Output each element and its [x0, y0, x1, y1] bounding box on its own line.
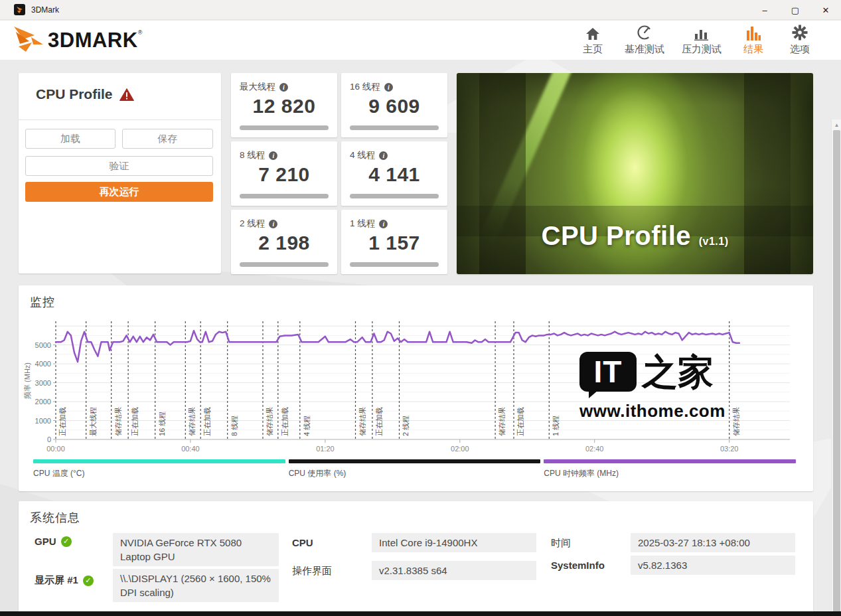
app-header: 3DMARK ® 主页 基准测试 压力测试 结果 [0, 21, 841, 60]
info-icon[interactable]: i [269, 220, 277, 228]
gpu-value: NVIDIA GeForce RTX 5080 Laptop GPU [113, 533, 279, 566]
svg-text:正在加载: 正在加载 [58, 407, 66, 436]
monitor-title: 监控 [19, 285, 813, 310]
legend-cpu-clock[interactable]: CPU 时钟频率 (MHz) [544, 459, 796, 479]
check-icon: ✓ [61, 536, 72, 547]
systeminfo-label: SystemInfo [551, 560, 605, 571]
svg-text:储存结果: 储存结果 [266, 407, 273, 436]
legend-cpu-temperature[interactable]: CPU 温度 (°C) [33, 459, 285, 479]
logo-text: 3DMARK [48, 26, 138, 55]
score-bar [350, 125, 439, 130]
validate-button[interactable]: 验证 [25, 156, 213, 176]
svg-text:储存结果: 储存结果 [358, 407, 366, 436]
legend-cpu-usage[interactable]: CPU 使用率 (%) [289, 459, 541, 479]
score-label: 16 线程 [350, 81, 380, 93]
warning-triangle-icon[interactable] [119, 88, 134, 101]
svg-text:8 线程: 8 线程 [230, 416, 238, 436]
info-icon[interactable]: i [379, 220, 388, 228]
cpu-label: CPU [292, 537, 313, 548]
divider [19, 119, 221, 120]
scroll-up-arrow[interactable]: ▲ [832, 120, 841, 129]
ithome-url: www.ithome.com [579, 401, 732, 422]
svg-text:正在加载: 正在加载 [516, 407, 524, 436]
svg-text:储存结果: 储存结果 [498, 407, 506, 436]
legend-swatch-teal [33, 459, 285, 463]
minimize-button[interactable]: – [749, 0, 780, 20]
ui-version-value: v2.31.8385 s64 [372, 561, 536, 580]
info-icon[interactable]: i [269, 151, 277, 160]
svg-text:1000: 1000 [35, 417, 51, 425]
result-title: CPU Profile [36, 86, 113, 102]
score-card-16-threads: 16 线程i 9 609 [341, 73, 447, 137]
scrollbar-thumb[interactable] [833, 130, 840, 616]
score-value: 2 198 [231, 232, 337, 254]
score-label: 4 线程 [350, 149, 375, 161]
score-label: 1 线程 [350, 218, 375, 230]
svg-text:00:00: 00:00 [46, 445, 65, 453]
score-bar [240, 194, 329, 198]
score-label: 2 线程 [240, 218, 265, 230]
benchmark-scene-image: CPU Profile (v1.1) [457, 73, 813, 274]
legend-swatch-black [289, 459, 541, 463]
window-titlebar: 3DMark – ▢ ✕ [0, 0, 841, 20]
chart-legend: CPU 温度 (°C) CPU 使用率 (%) CPU 时钟频率 (MHz) [33, 459, 796, 479]
3dmark-logo: 3DMARK ® [13, 26, 142, 55]
nav-results[interactable]: 结果 [739, 23, 768, 56]
check-icon: ✓ [83, 576, 94, 586]
run-again-button[interactable]: 再次运行 [25, 182, 213, 202]
svg-text:正在加载: 正在加载 [375, 407, 383, 436]
legend-swatch-purple [544, 459, 796, 463]
system-info-title: 系统信息 [19, 501, 813, 526]
gpu-label: GPU ✓ [35, 536, 72, 547]
window-title: 3DMark [31, 5, 59, 15]
score-value: 12 820 [231, 95, 337, 117]
score-bar [350, 194, 439, 198]
load-button[interactable]: 加载 [25, 129, 115, 149]
window-bottom-edge [0, 611, 841, 616]
svg-text:2000: 2000 [35, 398, 51, 406]
time-value: 2025-03-27 18:13 +08:00 [631, 533, 795, 552]
svg-text:2 线程: 2 线程 [402, 416, 410, 436]
vertical-scrollbar[interactable]: ▲ ▼ [831, 119, 841, 616]
score-card-2-threads: 2 线程i 2 198 [231, 210, 337, 274]
svg-text:4 线程: 4 线程 [303, 416, 311, 436]
results-bars-icon [746, 23, 761, 40]
nav-benchmark[interactable]: 基准测试 [625, 23, 664, 56]
nav-home[interactable]: 主页 [578, 23, 607, 56]
ithome-logo-zh: 之家 [642, 352, 714, 392]
svg-text:03:20: 03:20 [720, 445, 739, 453]
close-button[interactable]: ✕ [810, 0, 841, 20]
display-label: 显示屏 #1 ✓ [35, 574, 94, 587]
app-icon [14, 4, 25, 15]
result-panel: CPU Profile 加载 保存 验证 再次运行 [19, 73, 221, 273]
score-label: 最大线程 [240, 81, 275, 93]
score-value: 4 141 [341, 163, 447, 186]
ithome-logo-icon: IT [579, 352, 637, 392]
svg-text:5000: 5000 [35, 341, 51, 349]
svg-text:储存结果: 储存结果 [188, 407, 196, 436]
info-icon[interactable]: i [384, 83, 393, 92]
score-card-4-threads: 4 线程i 4 141 [341, 141, 447, 206]
score-value: 7 210 [231, 163, 337, 186]
scene-title-text: CPU Profile [542, 221, 692, 250]
logo-registered-mark: ® [138, 29, 143, 36]
save-button[interactable]: 保存 [122, 129, 213, 149]
info-icon[interactable]: i [279, 83, 288, 92]
svg-text:3000: 3000 [35, 379, 51, 387]
nav-stress-test[interactable]: 压力测试 [682, 23, 722, 56]
systeminfo-value: v5.82.1363 [631, 556, 795, 575]
main-nav: 主页 基准测试 压力测试 结果 [578, 23, 814, 56]
maximize-button[interactable]: ▢ [780, 0, 810, 20]
score-value: 1 157 [341, 232, 447, 254]
svg-text:02:40: 02:40 [585, 445, 604, 453]
monitor-card: 监控 010002000300040005000频率 (MHz)00:0000:… [19, 285, 813, 491]
svg-text:01:20: 01:20 [316, 445, 335, 453]
display-value: \\.\DISPLAY1 (2560 × 1600, 150% DPI scal… [113, 569, 279, 602]
svg-text:频率 (MHz): 频率 (MHz) [23, 362, 31, 399]
system-info-card: 系统信息 GPU ✓ NVIDIA GeForce RTX 5080 Lapto… [19, 501, 813, 616]
ithome-watermark: IT 之家 www.ithome.com [579, 352, 732, 422]
svg-text:02:00: 02:00 [451, 445, 469, 453]
info-icon[interactable]: i [379, 151, 388, 160]
nav-options[interactable]: 选项 [785, 23, 814, 56]
content-area: CPU Profile 加载 保存 验证 再次运行 最大线程i 12 820 1… [0, 60, 841, 616]
